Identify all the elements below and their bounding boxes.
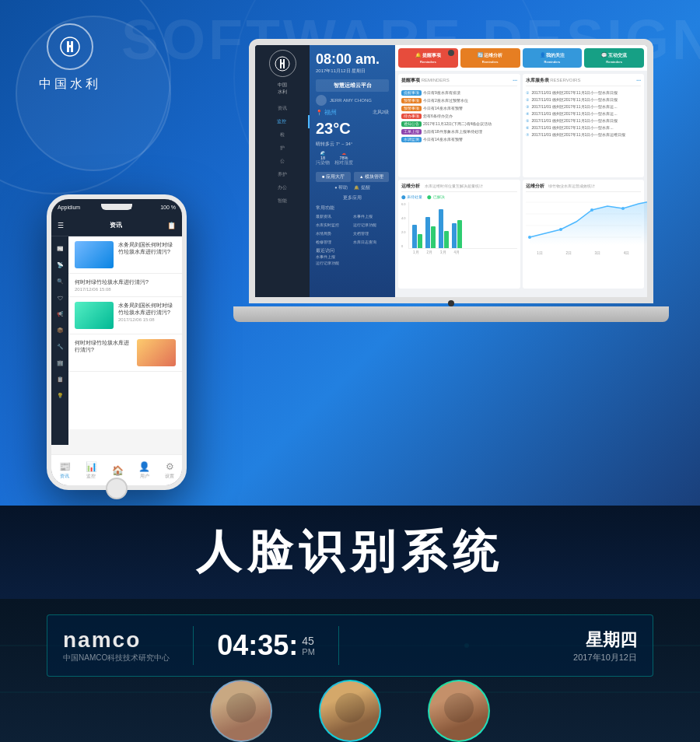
sidebar-icon-office[interactable]: 🏢 [54, 357, 66, 369]
phone-nav-bar: ☰ 资讯 📋 [51, 215, 182, 236]
sidebar-icon-news[interactable]: 📰 [54, 243, 66, 255]
battery: 100 % [160, 205, 176, 210]
reservoir-panel: 水库服务表 RESERVOIRS ⋯ ① 2017/11/01 德州区2017年… [523, 74, 645, 177]
laptop-nav-news[interactable]: 资讯 [255, 102, 310, 115]
bottom-nav-monitor[interactable]: 📊 监控 [86, 461, 97, 480]
svg-point-13 [528, 236, 531, 239]
phone-nav-title: 资讯 [110, 221, 122, 229]
reservoir-item-4[interactable]: ④ 2017/11/01 德州区2017年11月1日小一型水库运... [526, 110, 642, 117]
weather-more[interactable]: 更多应用 [316, 195, 389, 201]
namco-time-sub: 45 PM [302, 635, 315, 656]
face-avatar-1 [210, 680, 272, 742]
svg-rect-3 [67, 45, 73, 47]
bar-2-green [431, 226, 436, 248]
laptop-nav-office[interactable]: 办公 [255, 181, 310, 194]
news-item-2[interactable]: 何时对绿竹垃圾水库进行清污? 2017/12/06 15:08 [68, 274, 182, 297]
alert-item-4[interactable]: 待办事项 您有6条待办交办 [401, 112, 517, 120]
namco-time: 04:35: [217, 629, 298, 662]
reservoir-item-5[interactable]: ⑤ 2017/11/01 德州区2017年11月1日小一型水库日报 [526, 117, 642, 124]
bottom-nav-user[interactable]: 👤 用户 [138, 461, 150, 480]
laptop-nav-public[interactable]: 公 [255, 155, 310, 168]
laptop-nav-maintain[interactable]: 养护 [255, 168, 310, 181]
laptop-notch [448, 300, 454, 306]
sidebar-icon-collect[interactable]: 📦 [54, 324, 66, 337]
news-thumb-3 [137, 339, 176, 366]
tab-interact[interactable]: 💬 互动交流Reminders [584, 48, 644, 68]
func-item-6[interactable]: 文档管理 [353, 229, 389, 236]
bottom-nav-news[interactable]: 📰 资讯 [59, 461, 71, 480]
alert-item-5[interactable]: 通知公告 2017年11月12日(下周二)有4场会议活动 [401, 120, 517, 128]
sidebar-icon-smart[interactable]: 💡 [54, 390, 66, 402]
sidebar-icon-check[interactable]: 🔍 [54, 275, 66, 288]
func-item-7[interactable]: 检修管理 [316, 238, 352, 245]
reservoir-item-3[interactable]: ③ 2017/11/01 德州区2017年11月1日小一型水库运... [526, 103, 642, 110]
reservoir-item-1[interactable]: ① 2017/11/01 德州区2017年11月1日小一型水库日报 [526, 89, 642, 96]
func-item-1[interactable]: 最新资讯 [316, 212, 352, 219]
sidebar-icon-protect[interactable]: 🛡 [54, 292, 66, 304]
sidebar-icon-monitor[interactable]: 📡 [54, 259, 66, 271]
namco-logo-area: namco 中国NAMCO科技技术研究中心 [63, 628, 170, 663]
alert-item-1[interactable]: 提醒事项 今日有9座水库有排渍 [401, 89, 517, 96]
namco-subtitle: 中国NAMCO科技技术研究中心 [63, 653, 170, 663]
reservoir-item-6[interactable]: ⑥ 2017/11/01 德州区2017年11月1日小一型水库... [526, 124, 642, 131]
news-item-1[interactable]: 水务局刘国长何时对绿竹垃圾水库进行清污? [68, 236, 182, 274]
dash-content: 提醒事项 REMINDERS ⋯ 提醒事项 今日有9座水库有排渍 预警事项 今日… [395, 71, 647, 292]
icon-alarm[interactable]: 🔔 提醒 [354, 185, 370, 191]
func-item-4[interactable]: 运行记录功能 [353, 221, 389, 228]
func-item-2[interactable]: 水事件上报 [353, 212, 389, 219]
action-btn-2[interactable]: ▲ 模块管理 [354, 172, 389, 182]
home-button[interactable] [106, 478, 128, 499]
recent-item-2[interactable]: 运行记录功能 [316, 260, 389, 266]
phone-frame: Appidium 11:27 AM 100 % ☰ 资讯 📋 📰 📡 🔍 🛡 � [47, 194, 187, 490]
news-item-3[interactable]: 水务局刘国长何时对绿竹垃圾水库进行清污? 2017/12/06 15:08 [68, 297, 182, 334]
laptop-nav-smart[interactable]: 智能 [255, 194, 310, 208]
weather-city: 福州 [324, 108, 337, 117]
reservoir-title: 水库服务表 RESERVOIRS ⋯ [526, 77, 642, 86]
bottom-nav-center[interactable]: 🏠 [112, 465, 124, 476]
alert-item-7[interactable]: 水调监测 今日有14座水库有预警 [401, 135, 517, 143]
alert-item-2[interactable]: 预警事项 今日有2座水库过预警水位 [401, 96, 517, 104]
sidebar-icon-materials[interactable]: 📋 [54, 373, 66, 386]
namco-divider [193, 626, 194, 665]
weather-temp: 23°C [316, 120, 389, 138]
carrier: Appidium [58, 205, 80, 210]
alert-tag-5: 通知公告 [401, 121, 422, 127]
tab-analysis[interactable]: 🔄 运维分析Reminders [460, 48, 520, 68]
namco-panel: namco 中国NAMCO科技技术研究中心 04:35: 45 PM 星期四 2… [47, 614, 653, 677]
bottom-nav-settings[interactable]: ⚙ 设置 [165, 461, 174, 480]
bar-2-blue [425, 217, 430, 248]
chart-left-title: 运维分析 水库运维时何位量互解决超量统计 [401, 183, 517, 192]
weather-platform: 智慧运维云平台 [316, 79, 389, 92]
sidebar-icon-public[interactable]: 📢 [54, 308, 66, 320]
icon-help[interactable]: ● 帮助 [334, 185, 348, 191]
weather-functions: 常用功能 最新资讯 水事件上报 水库实时监控 运行记录功能 水情局势 文档管理 … [316, 205, 389, 245]
sidebar-icon-maintain[interactable]: 🔧 [54, 341, 66, 353]
namco-time-area: 04:35: 45 PM [217, 629, 315, 662]
news-item-4[interactable]: 何时对绿竹垃圾水库进行清污? [68, 334, 182, 372]
face-recognition-title: 人脸识别系统 [196, 522, 504, 583]
action-btn-1[interactable]: ■ 应用大厅 [316, 172, 351, 182]
laptop-nav-monitor[interactable]: 监控 [255, 115, 310, 128]
phone-notch [101, 204, 132, 210]
func-item-3[interactable]: 水库实时监控 [316, 221, 352, 228]
svg-point-15 [590, 208, 593, 212]
func-item-8[interactable]: 水库日志查询 [353, 238, 389, 245]
laptop-nav-protect[interactable]: 护 [255, 142, 310, 155]
reservoir-item-2[interactable]: ② 2017/11/01 德州区2017年11月1日小一型水库日报 [526, 96, 642, 103]
news-text-1: 水务局刘国长何时对绿竹垃圾水库进行清污? [118, 241, 176, 255]
alert-tag-1: 提醒事项 [401, 90, 422, 96]
namco-date: 2017年10月12日 [573, 652, 637, 663]
recent-item-1[interactable]: 水事件上报 [316, 254, 389, 260]
weather-date: 2017年11月12日 星期日 [316, 68, 389, 75]
alert-item-6[interactable]: 工单上报 当前有18件形象水库上报单待处理 [401, 128, 517, 135]
tab-focus[interactable]: 👤 我的关注Reminders [523, 48, 583, 68]
laptop-nav-check[interactable]: 检 [255, 128, 310, 142]
alert-item-3[interactable]: 预警事项 今日有14座水库有预警 [401, 104, 517, 112]
reservoir-item-7[interactable]: ⑦ 2017/11/01 德州区2017年11月1日小一型水库运维日报 [526, 131, 642, 138]
laptop-container: 中国水利 资讯 监控 检 护 公 养护 办公 智能 08:00 am. 2017… [226, 39, 677, 366]
time-period: PM [302, 647, 315, 656]
news-text-4: 何时对绿竹垃圾水库进行清污? [75, 339, 132, 353]
weather-wind: 北风2级 [373, 109, 389, 116]
func-item-5[interactable]: 水情局势 [316, 229, 352, 236]
func-grid: 最新资讯 水事件上报 水库实时监控 运行记录功能 水情局势 文档管理 检修管理 … [316, 212, 389, 245]
